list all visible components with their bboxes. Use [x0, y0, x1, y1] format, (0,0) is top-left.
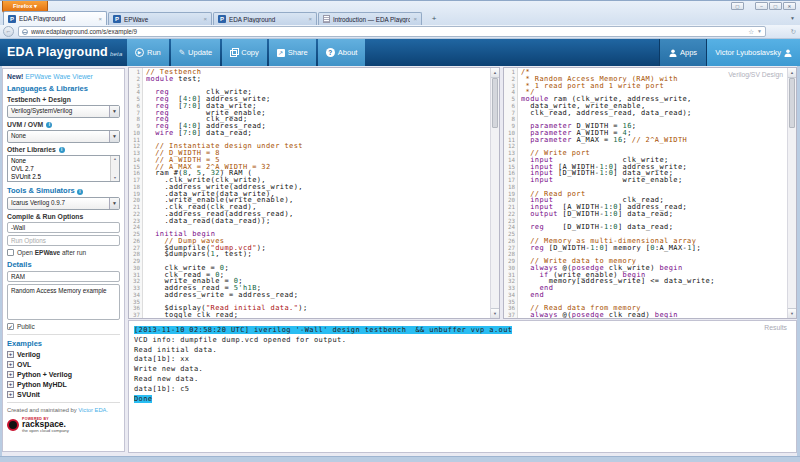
line-number: 7 [504, 110, 517, 117]
compile-options-label: Compile & Run Options [7, 213, 120, 220]
design-scrollbar[interactable]: ▲ ▼ [787, 68, 796, 318]
info-icon[interactable]: i [46, 122, 52, 128]
eda-playground-favicon: P [113, 15, 121, 23]
code-line: * 1 read port and 1 write port [521, 83, 786, 90]
maximize-icon[interactable]: ▢ [769, 2, 782, 10]
minimize-icon[interactable]: – [755, 2, 768, 10]
testbench-editor[interactable]: 1234567891011121314151617181920212223242… [128, 67, 500, 319]
list-all-tabs-icon[interactable]: ▼ [790, 15, 795, 21]
app-logo[interactable]: EDA Playgroundbeta [7, 45, 122, 59]
tab-close-icon[interactable]: × [308, 16, 312, 22]
other-libraries-listbox[interactable]: None OVL 2.7 SVUnit 2.5 ▲▼ [7, 155, 120, 182]
tab-close-icon[interactable]: × [203, 16, 207, 22]
share-button[interactable]: ↗Share [269, 39, 316, 66]
sidebar-item-python-verilog[interactable]: +Python + Verilog [7, 370, 120, 378]
expand-plus-icon[interactable]: + [7, 351, 14, 358]
line-number: 20 [129, 197, 142, 204]
tab-title: EDA Playground [229, 16, 305, 23]
sidebar-item-ovl[interactable]: +OVL [7, 360, 120, 368]
apps-button[interactable]: Apps [659, 39, 706, 66]
expand-plus-icon[interactable]: + [7, 381, 14, 388]
line-number: 1 [129, 69, 142, 76]
line-number: 33 [504, 285, 517, 292]
design-editor[interactable]: 1234567891011121314151617181920212223242… [503, 67, 797, 319]
listbox-option-none[interactable]: None [11, 157, 110, 165]
url-dropdown-icon[interactable]: ▼ [757, 26, 762, 37]
tab-epwave[interactable]: P EPWave × [108, 12, 212, 25]
line-number: 32 [129, 278, 142, 285]
info-icon[interactable]: i [77, 189, 83, 195]
description-textarea[interactable]: Random Access Memory example [7, 284, 120, 320]
rackspace-logo[interactable]: POWERED BY rackspace. the open cloud com… [7, 417, 120, 433]
scroll-up-icon[interactable]: ▲ [491, 68, 499, 78]
sidebar-item-svunit[interactable]: +SVUnit [7, 390, 120, 398]
new-badge: New! [7, 73, 23, 80]
eda-playground-favicon: P [8, 15, 16, 23]
uvm-select[interactable]: None▼ [7, 130, 120, 143]
url-input[interactable] [31, 27, 745, 36]
url-bar[interactable]: ☆ ▼ [18, 26, 766, 37]
line-number: 36 [129, 305, 142, 312]
tab-introduction-docs[interactable]: Introduction — EDA Playground doc... × [318, 12, 422, 25]
listbox-option-svunit[interactable]: SVUnit 2.5 [11, 173, 110, 181]
reload-icon[interactable]: ↻ [791, 26, 796, 37]
close-icon[interactable]: ✕ [783, 2, 796, 10]
line-number: 13 [504, 150, 517, 157]
testbench-scrollbar[interactable]: ▲ ▼ [490, 68, 499, 318]
simulator-select[interactable]: Icarus Verilog 0.9.7▼ [7, 197, 120, 210]
run-options-input[interactable] [7, 235, 120, 246]
code-line: module test; [146, 76, 489, 83]
line-number: 4 [504, 89, 517, 96]
restore-down-icon[interactable]: ▢ [731, 2, 744, 10]
expand-plus-icon[interactable]: + [7, 371, 14, 378]
public-checkbox[interactable]: ✓ [7, 323, 14, 330]
info-icon[interactable]: i [59, 147, 65, 153]
document-icon [323, 15, 330, 23]
app-header: EDA Playgroundbeta ▶Run ✎Update Copy ↗Sh… [0, 39, 800, 66]
line-number: 1 [504, 69, 517, 76]
scroll-up-icon[interactable]: ▲ [788, 68, 796, 78]
user-menu-button[interactable]: Victor Lyuboslavsky [706, 39, 800, 66]
scrollbar-thumb[interactable] [492, 78, 498, 128]
new-tab-button[interactable]: + [426, 14, 442, 25]
open-epwave-checkbox[interactable] [7, 249, 14, 256]
expand-plus-icon[interactable]: + [7, 391, 14, 398]
line-number: 30 [129, 265, 142, 272]
line-number: 15 [504, 164, 517, 171]
listbox-option-ovl[interactable]: OVL 2.7 [11, 165, 110, 173]
epwave-viewer-link[interactable]: EPWave Wave Viewer [25, 73, 93, 80]
sidebar-item-python-myhdl[interactable]: +Python MyHDL [7, 380, 120, 388]
copy-button[interactable]: Copy [222, 39, 267, 66]
line-number: 18 [129, 184, 142, 191]
tab-eda-playground-2[interactable]: P EDA Playground × [213, 12, 317, 25]
tab-eda-playground-active[interactable]: P EDA Playground × [3, 11, 107, 25]
line-number: 5 [129, 96, 142, 103]
back-button[interactable]: ← [3, 26, 14, 37]
expand-plus-icon[interactable]: + [7, 361, 14, 368]
line-number-gutter: 1234567891011121314151617181920212223242… [504, 68, 518, 318]
run-button[interactable]: ▶Run [127, 39, 169, 66]
update-button[interactable]: ✎Update [171, 39, 220, 66]
victor-eda-link[interactable]: Victor EDA. [78, 407, 108, 413]
line-number: 4 [129, 89, 142, 96]
testbench-code-area[interactable]: // Testbenchmodule test; reg clk_write; … [146, 69, 489, 318]
design-pane-label: Verilog/SV Design [728, 71, 783, 78]
tab-close-icon[interactable]: × [413, 16, 417, 22]
console-line: [2013-11-10 02:58:20 UTC] iverilog '-Wal… [134, 326, 784, 336]
tab-title: EDA Playground [19, 15, 95, 22]
scroll-down-icon[interactable]: ▼ [788, 308, 796, 318]
sidebar-item-verilog[interactable]: +Verilog [7, 350, 120, 358]
about-button[interactable]: ?About [318, 39, 366, 66]
window-controls: ▢ – ▢ ✕ [731, 2, 796, 10]
design-name-input[interactable] [7, 271, 120, 282]
scroll-down-icon[interactable]: ▼ [491, 308, 499, 318]
bookmark-star-icon[interactable]: ☆ [748, 26, 754, 37]
scrollbar-thumb[interactable] [789, 78, 795, 128]
listbox-scrollbar[interactable]: ▲▼ [110, 156, 119, 181]
line-number: 14 [129, 157, 142, 164]
compile-options-input[interactable] [7, 222, 120, 233]
language-select[interactable]: Verilog/SystemVerilog▼ [7, 105, 120, 118]
tab-close-icon[interactable]: × [98, 16, 102, 22]
design-code-area[interactable]: /* * Random Access Memory (RAM) with * 1… [521, 69, 786, 318]
scroll-down-icon: ▼ [111, 176, 119, 180]
